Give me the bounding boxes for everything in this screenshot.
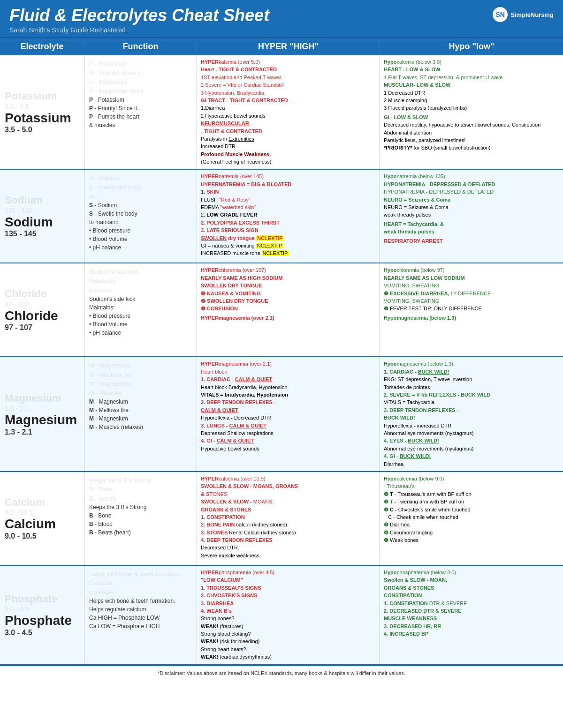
header: Fluid & Electrolytes Cheat Sheet Sarah S… xyxy=(0,0,563,38)
potassium-name-faded: Potassium xyxy=(5,90,57,102)
logo-circle: SN xyxy=(493,7,508,22)
page-wrapper: Fluid & Electrolytes Cheat Sheet Sarah S… xyxy=(0,0,563,680)
sodium-function: S - Sodium S - Swells the body to... S -… xyxy=(84,170,197,263)
row-potassium: Potassium 3.0 - 3.5 Potassium 3.5 - 5.0 … xyxy=(0,55,563,170)
col-hypo: Hypo "low" xyxy=(380,38,563,55)
disclaimer: *Disclaimer: Values above are based on N… xyxy=(0,665,563,680)
row-calcium: Calcium 9.0 - 10.5 Calcium 9.0 - 10.5 Ke… xyxy=(0,472,563,566)
sodium-name-cell: Sodium 135 - 145 Sodium 135 - 145 xyxy=(0,170,84,263)
column-headers: Electrolyte Function HYPER "HIGH" Hypo "… xyxy=(0,38,563,55)
potassium-range-faded: 3.0 - 3.5 xyxy=(5,103,29,110)
chloride-function: Sodium's side kickMaintains:pressure Sod… xyxy=(84,263,197,356)
magnesium-name-cell: Magnesium 1.3 - 2.1 Magnesium 1.3 - 2.1 xyxy=(0,357,84,471)
logo: SN SimpleNursing xyxy=(493,7,554,22)
row-sodium: Sodium 135 - 145 Sodium 135 - 145 S - So… xyxy=(0,170,563,263)
row-magnesium: Magnesium 1.3 - 2.1 Magnesium 1.3 - 2.1 … xyxy=(0,357,563,472)
potassium-name-cell: Potassium 3.0 - 3.5 Potassium 3.5 - 5.0 xyxy=(0,55,84,169)
potassium-hyper: HYPERkalemia (over 5.0) Heart - TIGHT & … xyxy=(197,55,380,169)
chloride-hypo: Hypochloremia (below 97) NEARLY SAME AS … xyxy=(380,263,563,356)
col-hyper: HYPER "HIGH" xyxy=(197,38,380,55)
potassium-name-main: Potassium xyxy=(5,110,71,126)
potassium-range-main: 3.5 - 5.0 xyxy=(5,126,32,134)
row-chloride: Chloride 97 - 107 Chloride 97 - 107 Sodi… xyxy=(0,263,563,357)
potassium-function: P - Potassium P - Priority! Since it.. P… xyxy=(84,55,197,169)
calcium-hyper: HYPERcalcemia (over 10.5) SWOLLEN & SLOW… xyxy=(197,472,380,565)
col-function: Function xyxy=(84,38,197,55)
magnesium-hyper: HYPERmagnesemia (over 2.1) Heart block 1… xyxy=(197,357,380,471)
magnesium-function: M - MagnesiumM - Mellows theM - Magnesiu… xyxy=(84,357,197,471)
chloride-hyper: HYPERchloremia (over 107) NEARLY SAME AS… xyxy=(197,263,380,356)
col-electrolyte: Electrolyte xyxy=(0,38,84,55)
magnesium-hypo: Hypomagnesemia (below 1.3) 1. CARDIAC - … xyxy=(380,357,563,471)
sodium-hyper: HYPERnatremia (over 145) HYPERNATREMIA =… xyxy=(197,170,380,263)
phosphate-function: Helps with bone & teeth formation.Ca LOW… xyxy=(84,566,197,664)
calcium-name-cell: Calcium 9.0 - 10.5 Calcium 9.0 - 10.5 xyxy=(0,472,84,565)
chloride-name-cell: Chloride 97 - 107 Chloride 97 - 107 xyxy=(0,263,84,356)
phosphate-hyper: HYPERphosphatemia (over 4.5) "LOW CALCIU… xyxy=(197,566,380,664)
calcium-hypo: Hypocalcemia (below 9.0) - Trousseau's ❶… xyxy=(380,472,563,565)
row-phosphate: Phosphate 3.0 - 4.5 Phosphate 3.0 - 4.5 … xyxy=(0,566,563,665)
phosphate-hypo: Hypophosphatemia (below 3.0) Swollen & S… xyxy=(380,566,563,664)
calcium-function: Keeps the 3 B's StrongB - BoneB - (heart… xyxy=(84,472,197,565)
sodium-hypo: Hyponatremia (below 135) HYPONATREMIA - … xyxy=(380,170,563,263)
phosphate-name-cell: Phosphate 3.0 - 4.5 Phosphate 3.0 - 4.5 xyxy=(0,566,84,664)
page-title: Fluid & Electrolytes Cheat Sheet xyxy=(9,6,554,25)
page-subtitle: Sarah Smith's Study Guide Remastered xyxy=(9,26,554,34)
potassium-hypo: Hypokalemia (below 3.0) HEART - LOW & SL… xyxy=(380,55,563,169)
